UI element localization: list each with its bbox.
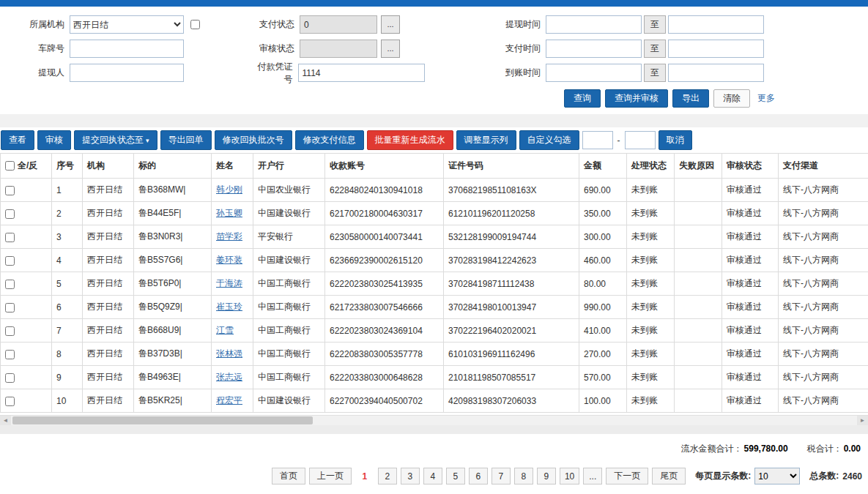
audit-status-input[interactable] <box>300 40 377 58</box>
voucher-input[interactable] <box>298 64 425 82</box>
name-link[interactable]: 姜环装 <box>216 255 242 265</box>
name-link[interactable]: 张志远 <box>216 372 242 382</box>
page-button-1[interactable]: 1 <box>355 468 374 484</box>
row-checkbox[interactable] <box>5 373 15 383</box>
withdraw-time-to-input[interactable] <box>668 15 764 34</box>
name-link[interactable]: 江雪 <box>216 325 234 335</box>
pagination: 首页 上一页 12345678910 ... 下一页 尾页 每页显示条数: 10… <box>0 468 868 484</box>
arrive-time-from-input[interactable] <box>546 64 642 82</box>
voucher-filter: 付款凭证号 <box>249 61 425 86</box>
plate-input[interactable] <box>70 40 184 58</box>
cell-channel: 线下-八方网商 <box>779 343 868 366</box>
scrollbar-thumb[interactable] <box>12 416 313 424</box>
first-page-button[interactable]: 首页 <box>272 468 305 484</box>
page-button-2[interactable]: 2 <box>378 468 397 484</box>
cell-name: 崔玉玲 <box>212 296 253 319</box>
withdrawer-input[interactable] <box>70 64 184 82</box>
withdraw-time-from-input[interactable] <box>546 15 642 34</box>
query-button[interactable]: 查询 <box>564 89 601 108</box>
horizontal-scrollbar[interactable]: ◄ ► <box>0 415 868 425</box>
adjust-columns-button[interactable]: 调整显示列 <box>456 130 516 150</box>
export-button[interactable]: 导出 <box>672 89 709 108</box>
more-link[interactable]: 更多 <box>757 92 775 105</box>
cell-fail-reason <box>675 366 722 389</box>
range-to-input[interactable] <box>625 131 656 149</box>
row-checkbox-cell <box>1 296 52 319</box>
section-divider <box>0 114 868 127</box>
cell-fail-reason <box>675 249 722 272</box>
name-link[interactable]: 崔玉玲 <box>216 302 242 312</box>
name-link[interactable]: 孙玉卿 <box>216 208 242 218</box>
page-button-3[interactable]: 3 <box>401 468 420 484</box>
page-button-9[interactable]: 9 <box>537 468 556 484</box>
cell-seq: 7 <box>52 319 83 343</box>
cell-name: 姜环装 <box>212 249 253 272</box>
row-checkbox[interactable] <box>5 256 15 266</box>
cell-process-status: 未到账 <box>627 179 675 202</box>
audit-status-picker-button[interactable]: ... <box>381 40 400 58</box>
query-and-audit-button[interactable]: 查询并审核 <box>605 89 668 108</box>
scroll-left-arrow-icon[interactable]: ◄ <box>0 416 11 425</box>
row-checkbox[interactable] <box>5 303 15 313</box>
cell-target: 鲁B5S7G6| <box>134 249 212 272</box>
cell-audit-status: 审核通过 <box>722 202 779 225</box>
last-page-button[interactable]: 尾页 <box>652 468 686 484</box>
view-button[interactable]: 查看 <box>1 130 34 150</box>
org-select[interactable]: 西开日结 <box>70 15 184 34</box>
pay-status-input[interactable] <box>300 15 377 34</box>
pay-time-from-input[interactable] <box>546 40 642 58</box>
cell-amount: 80.00 <box>579 272 627 296</box>
pay-time-to-input[interactable] <box>668 40 764 58</box>
row-checkbox[interactable] <box>5 397 15 406</box>
row-checkbox[interactable] <box>5 209 15 219</box>
page-button-6[interactable]: 6 <box>469 468 488 484</box>
prev-page-button[interactable]: 上一页 <box>309 468 352 484</box>
page-button-4[interactable]: 4 <box>423 468 442 484</box>
select-all-checkbox[interactable] <box>5 161 15 171</box>
name-link[interactable]: 苗学彩 <box>216 231 242 242</box>
cell-org: 西开日结 <box>83 179 134 202</box>
pay-status-picker-button[interactable]: ... <box>381 15 400 34</box>
modify-receipt-batch-button[interactable]: 修改回执批次号 <box>215 130 292 150</box>
name-link[interactable]: 于海涛 <box>216 278 242 288</box>
row-checkbox[interactable] <box>5 233 15 242</box>
range-from-input[interactable] <box>582 131 613 149</box>
header-process-status: 处理状态 <box>627 154 675 179</box>
cell-name: 张志远 <box>212 366 253 389</box>
export-receipt-button[interactable]: 导出回单 <box>160 130 212 150</box>
page-button-5[interactable]: 5 <box>446 468 465 484</box>
next-page-button[interactable]: 下一页 <box>606 468 648 484</box>
page-button-10[interactable]: 10 <box>560 468 579 484</box>
batch-regenerate-flow-button[interactable]: 批量重新生成流水 <box>367 130 453 150</box>
cell-audit-status: 审核通过 <box>722 319 779 343</box>
cell-channel: 线下-八方网商 <box>779 389 868 413</box>
name-link[interactable]: 韩少刚 <box>216 184 242 195</box>
header-audit-status: 审核状态 <box>722 154 779 179</box>
clear-button[interactable]: 清除 <box>713 89 750 108</box>
cell-org: 西开日结 <box>83 296 134 319</box>
header-fail-reason: 失败原因 <box>675 154 722 179</box>
arrive-time-to-input[interactable] <box>668 64 764 82</box>
page-button-7[interactable]: 7 <box>492 468 511 484</box>
custom-check-button[interactable]: 自定义勾选 <box>519 130 579 150</box>
footer-divider <box>0 425 868 434</box>
name-link[interactable]: 程宏平 <box>216 395 242 405</box>
cell-process-status: 未到账 <box>627 296 675 319</box>
cell-audit-status: 审核通过 <box>722 366 779 389</box>
withdraw-time-label: 提现时间 <box>497 18 541 31</box>
per-page-select[interactable]: 10 <box>754 468 800 484</box>
cancel-button[interactable]: 取消 <box>659 130 692 150</box>
name-link[interactable]: 张林强 <box>216 348 242 359</box>
pay-status-filter: 支付状态 ... <box>249 15 425 34</box>
page-ellipsis-button[interactable]: ... <box>583 468 602 484</box>
row-checkbox[interactable] <box>5 186 15 195</box>
row-checkbox[interactable] <box>5 280 15 289</box>
row-checkbox[interactable] <box>5 350 15 359</box>
org-checkbox[interactable] <box>190 20 200 29</box>
submit-receipt-status-button[interactable]: 提交回执状态至▾ <box>74 130 157 150</box>
row-checkbox[interactable] <box>5 326 15 336</box>
modify-payment-info-button[interactable]: 修改支付信息 <box>295 130 364 150</box>
scroll-right-arrow-icon[interactable]: ► <box>857 416 868 425</box>
page-button-8[interactable]: 8 <box>514 468 533 484</box>
audit-button[interactable]: 审核 <box>37 130 71 150</box>
